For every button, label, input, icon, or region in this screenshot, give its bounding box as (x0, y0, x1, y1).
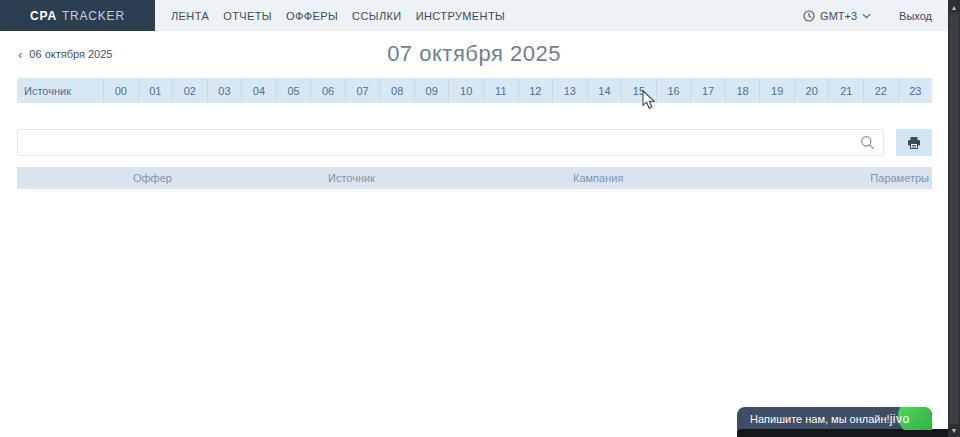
hour-column-header: 10 (448, 78, 483, 103)
column-header-offer: Оффер (130, 172, 325, 184)
scroll-down-icon[interactable]: ▼ (948, 424, 960, 436)
hour-column-header: 09 (414, 78, 449, 103)
hour-column-header: 19 (759, 78, 794, 103)
brand-logo[interactable]: CPA TRACKER (0, 0, 155, 31)
brand-logo-rest: TRACKER (62, 9, 125, 23)
hour-column-header: 03 (207, 78, 242, 103)
hour-column-header: 04 (241, 78, 276, 103)
links-table-header: Оффер Источник Кампания Параметры (17, 167, 932, 189)
nav-menu-item[interactable]: ОТЧЕТЫ (223, 10, 272, 22)
hour-column-header: 07 (345, 78, 380, 103)
top-navbar: CPA TRACKER ЛЕНТАОТЧЕТЫОФФЕРЫССЫЛКИИНСТР… (0, 0, 948, 31)
hour-column-header: 15 (621, 78, 656, 103)
nav-menu-item[interactable]: ОФФЕРЫ (286, 10, 338, 22)
column-header-campaign: Кампания (570, 172, 867, 184)
hour-column-header: 13 (552, 78, 587, 103)
nav-menu-item[interactable]: ССЫЛКИ (352, 10, 402, 22)
hour-column-header: 08 (379, 78, 414, 103)
search-icon[interactable] (860, 135, 875, 150)
scrollbar-thumb[interactable] (949, 13, 959, 424)
search-field-wrap (17, 129, 884, 156)
hour-column-header: 00 (103, 78, 138, 103)
hours-source-column-header: Источник (17, 78, 103, 103)
hour-column-header: 14 (587, 78, 622, 103)
hour-columns: 0001020304050607080910111213141516171819… (103, 78, 932, 103)
search-input[interactable] (17, 129, 884, 156)
scrollbar[interactable]: ▲ ▼ (948, 0, 960, 437)
hour-column-header: 16 (656, 78, 691, 103)
timezone-label: GMT+3 (820, 10, 857, 22)
chat-widget-bottom-bar[interactable] (737, 429, 948, 437)
hour-column-header: 02 (172, 78, 207, 103)
hour-column-header: 12 (518, 78, 553, 103)
print-button[interactable] (896, 129, 932, 156)
column-header-params: Параметры (867, 172, 932, 184)
hour-column-header: 22 (863, 78, 898, 103)
chat-message: Напишите нам, мы онлайн! (737, 413, 890, 425)
app-viewport: CPA TRACKER ЛЕНТАОТЧЕТЫОФФЕРЫССЫЛКИИНСТР… (0, 0, 960, 437)
chat-widget[interactable]: Напишите нам, мы онлайн! jivo (737, 407, 932, 430)
jivo-logo: jivo (890, 412, 910, 426)
nav-menu-item[interactable]: ЛЕНТА (171, 10, 209, 22)
printer-icon (907, 136, 921, 150)
chevron-down-icon (862, 13, 871, 19)
navbar-right: GMT+3 Выход (803, 0, 948, 31)
main-menu: ЛЕНТАОТЧЕТЫОФФЕРЫССЫЛКИИНСТРУМЕНТЫ (155, 0, 505, 31)
brand-logo-bold: CPA (30, 9, 57, 23)
hour-column-header: 21 (828, 78, 863, 103)
scroll-up-icon[interactable]: ▲ (948, 1, 960, 13)
logout-link[interactable]: Выход (899, 10, 932, 22)
column-header-source: Источник (325, 172, 570, 184)
hour-column-header: 06 (310, 78, 345, 103)
search-toolbar (17, 129, 932, 156)
hour-column-header: 17 (690, 78, 725, 103)
nav-menu-item[interactable]: ИНСТРУМЕНТЫ (416, 10, 506, 22)
page-title: 07 октября 2025 (0, 41, 948, 67)
hour-column-header: 18 (725, 78, 760, 103)
hour-column-header: 01 (138, 78, 173, 103)
clock-icon (803, 10, 815, 22)
hour-column-header: 11 (483, 78, 518, 103)
hour-column-header: 05 (276, 78, 311, 103)
hours-header-row: Источник 0001020304050607080910111213141… (17, 78, 932, 103)
hour-column-header: 20 (794, 78, 829, 103)
timezone-dropdown[interactable]: GMT+3 (803, 10, 871, 22)
hour-column-header: 23 (898, 78, 933, 103)
